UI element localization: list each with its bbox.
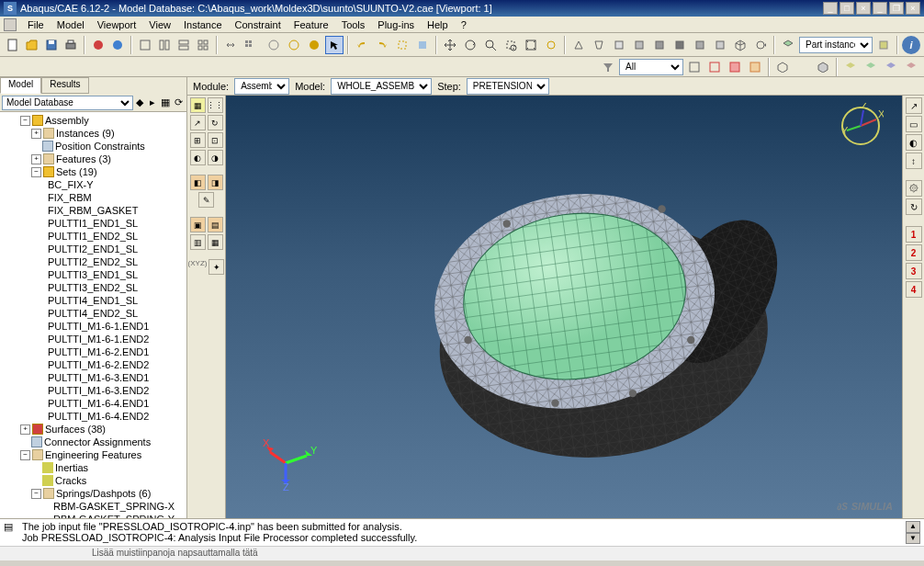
- tree-set-item[interactable]: PULTTI1_END1_SL: [2, 217, 185, 230]
- menu-feature[interactable]: Feature: [288, 19, 334, 30]
- bottom-button[interactable]: [670, 36, 689, 54]
- inst-tool10[interactable]: ◨: [208, 175, 223, 190]
- tree-spring-item[interactable]: RBM-GASKET_SPRING-X: [2, 500, 185, 513]
- tree-engfeat[interactable]: −Engineering Features: [2, 448, 185, 461]
- viewport[interactable]: X Y Z X Y Z ∂S SIMULIA: [226, 96, 902, 518]
- inst-tool14[interactable]: ▥: [190, 234, 206, 250]
- tab-model[interactable]: Model: [0, 77, 41, 94]
- viewport3-button[interactable]: [175, 36, 193, 54]
- viewport4-button[interactable]: [194, 36, 212, 54]
- link-button[interactable]: [221, 36, 240, 54]
- tree-features[interactable]: +Features (3): [2, 153, 185, 165]
- rtool5[interactable]: ۞: [906, 180, 922, 197]
- menu-about[interactable]: ?: [456, 19, 472, 30]
- status-hint[interactable]: Lisää muistiinpanoja napsauttamalla tätä: [0, 546, 924, 560]
- tree-sets[interactable]: −Sets (19): [2, 165, 185, 178]
- tool-red-icon[interactable]: [89, 36, 107, 54]
- cursor-icon[interactable]: [325, 36, 344, 54]
- rtool3[interactable]: ◐: [906, 134, 922, 151]
- iso-button[interactable]: [731, 36, 749, 54]
- top-button[interactable]: [650, 36, 669, 54]
- minimize2-button[interactable]: _: [873, 2, 887, 15]
- rtool1[interactable]: ↗: [906, 97, 922, 114]
- right-button[interactable]: [711, 36, 729, 54]
- render1-button[interactable]: [773, 58, 792, 76]
- render2-button[interactable]: [794, 58, 812, 76]
- undo-button[interactable]: [353, 36, 371, 54]
- shade3-button[interactable]: [882, 58, 900, 76]
- rotate-button[interactable]: [461, 36, 479, 54]
- menu-help[interactable]: Help: [422, 19, 454, 30]
- fit2-button[interactable]: [542, 36, 560, 54]
- inst-tool2[interactable]: ⋮⋮: [208, 97, 223, 113]
- display-button[interactable]: [779, 36, 797, 54]
- rtool2[interactable]: ▭: [906, 116, 922, 132]
- inst-tool3[interactable]: ↗: [190, 115, 206, 130]
- rtool4[interactable]: ↕: [906, 153, 922, 169]
- grid-button[interactable]: [241, 36, 259, 54]
- filter-combo[interactable]: All: [619, 59, 683, 75]
- shade4-button[interactable]: [902, 58, 920, 76]
- back-button[interactable]: [630, 36, 648, 54]
- inst-tool8[interactable]: ◑: [208, 150, 223, 165]
- inst-tool7[interactable]: ◐: [190, 150, 206, 165]
- minimize-button[interactable]: _: [823, 2, 838, 15]
- inst-tool9[interactable]: ◧: [190, 175, 206, 190]
- left-button[interactable]: [691, 36, 709, 54]
- shade1-button[interactable]: [841, 58, 860, 76]
- display2-button[interactable]: [874, 36, 893, 54]
- tree-set-item[interactable]: PULTTI2_END2_SL: [2, 255, 185, 268]
- open-button[interactable]: [23, 36, 41, 54]
- circle3-icon[interactable]: [305, 36, 323, 54]
- view1-button[interactable]: [413, 36, 432, 54]
- tree-set-item[interactable]: PULTTI_M1-6-3.END1: [2, 371, 185, 384]
- sel3-button[interactable]: [726, 58, 744, 76]
- tree-tool1[interactable]: ◆: [133, 96, 146, 109]
- system-menu-icon[interactable]: [4, 18, 17, 31]
- inst-triad[interactable]: ✦: [208, 259, 224, 275]
- inst-tool13[interactable]: ▤: [208, 217, 223, 232]
- viewport1-button[interactable]: [136, 36, 154, 54]
- part-combo[interactable]: Part instances: [799, 37, 873, 53]
- inst-tool11[interactable]: ✎: [198, 192, 214, 208]
- menu-constraint[interactable]: Constraint: [230, 19, 287, 30]
- tree-springs[interactable]: −Springs/Dashpots (6): [2, 487, 185, 500]
- scroll-up[interactable]: ▲: [906, 521, 920, 533]
- rnum4[interactable]: 4: [906, 281, 922, 298]
- rnum3[interactable]: 3: [906, 263, 922, 279]
- rnum2[interactable]: 2: [906, 244, 922, 261]
- close-button[interactable]: ×: [856, 2, 871, 15]
- print-button[interactable]: [62, 36, 80, 54]
- tree-set-item[interactable]: PULTTI4_END2_SL: [2, 307, 185, 320]
- rtool6[interactable]: ↻: [906, 198, 922, 215]
- filter-icon[interactable]: [599, 58, 617, 76]
- render3-button[interactable]: [814, 58, 832, 76]
- save-button[interactable]: [42, 36, 61, 54]
- step-combo[interactable]: PRETENSION: [467, 78, 549, 95]
- tree-set-item[interactable]: PULTTI4_END1_SL: [2, 294, 185, 307]
- tree-spring-item[interactable]: RBM-GASKET_SPRING-Y: [2, 513, 185, 518]
- close2-button[interactable]: ×: [906, 2, 920, 15]
- tree-set-item[interactable]: PULTTI1_END2_SL: [2, 230, 185, 243]
- tree-set-item[interactable]: PULTTI_M1-6-1.END1: [2, 320, 185, 333]
- tree-set-item[interactable]: PULTTI_M1-6-3.END2: [2, 384, 185, 397]
- tree-set-item[interactable]: BC_FIX-Y: [2, 178, 185, 191]
- menu-plugins[interactable]: Plug-ins: [372, 19, 420, 30]
- persp1-button[interactable]: [569, 36, 588, 54]
- inst-tool6[interactable]: ⊡: [208, 132, 223, 148]
- scroll-down[interactable]: ▼: [906, 533, 920, 545]
- restore-button[interactable]: ❐: [889, 2, 904, 15]
- tree-instances[interactable]: +Instances (9): [2, 127, 185, 140]
- tree-set-item[interactable]: PULTTI_M1-6-2.END2: [2, 358, 185, 371]
- shade2-button[interactable]: [862, 58, 880, 76]
- tree-set-item[interactable]: PULTTI3_END2_SL: [2, 281, 185, 294]
- viewport2-button[interactable]: [155, 36, 174, 54]
- circle1-icon[interactable]: [265, 36, 283, 54]
- cycle-button[interactable]: [751, 36, 770, 54]
- sel1-button[interactable]: [685, 58, 704, 76]
- message-icon[interactable]: ▤: [4, 521, 18, 544]
- zoombox-button[interactable]: [501, 36, 520, 54]
- sel4-button[interactable]: [746, 58, 764, 76]
- inst-tool4[interactable]: ↻: [208, 115, 223, 130]
- tool-blue-icon[interactable]: [108, 36, 127, 54]
